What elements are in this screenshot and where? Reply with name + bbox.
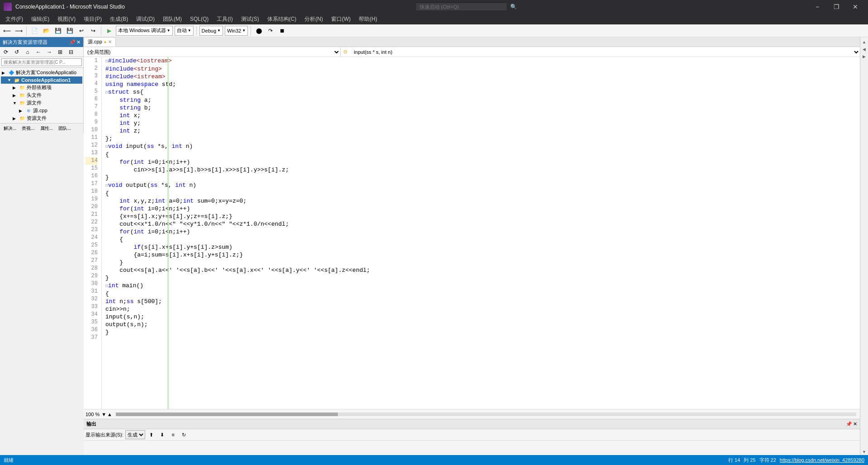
rt-btn2[interactable]: ◀: [861, 46, 868, 52]
menu-tools[interactable]: 工具(I): [213, 14, 236, 24]
tab-properties[interactable]: 属性...: [38, 125, 55, 132]
expand-btn[interactable]: ⊞: [55, 47, 65, 57]
tree-item-project[interactable]: ▼ 📁 ConsoleApplication1: [1, 76, 82, 84]
update-max: a=i;sum=s[i].x+s[i].y+s[i].z;: [137, 251, 239, 258]
sync-btn[interactable]: ⟳: [1, 47, 11, 57]
collapse-btn[interactable]: ⊟: [66, 47, 76, 57]
tree-item-source[interactable]: ▼ 📁 源文件: [1, 99, 82, 107]
pin-icon[interactable]: 📌: [69, 39, 76, 45]
panel-btn3[interactable]: ≡: [169, 430, 178, 439]
tree-item-headers[interactable]: ▶ 📁 头文件: [1, 91, 82, 99]
nav-back-btn[interactable]: ←: [33, 47, 43, 57]
menu-project[interactable]: 项目(P): [80, 14, 105, 24]
menu-sql[interactable]: SQL(Q): [186, 14, 212, 24]
headers-icon: 📁: [19, 92, 25, 99]
toolbar-open-btn[interactable]: 📂: [41, 26, 51, 36]
status-link[interactable]: https://blog.csdn.net/weixin_42859280: [780, 457, 864, 463]
panel-btn4[interactable]: ↻: [180, 430, 189, 439]
menu-analyze[interactable]: 分析(N): [301, 14, 327, 24]
tree-item-extern-deps[interactable]: ▶ 📁 外部依赖项: [1, 84, 82, 91]
kw-ss3: ss: [127, 298, 134, 305]
param-n1: n: [186, 143, 190, 150]
toolbar-step-btn[interactable]: ↷: [266, 26, 275, 36]
minimize-button[interactable]: −: [808, 0, 826, 14]
panel-btn1[interactable]: ⬆: [147, 430, 156, 439]
tab-team[interactable]: 团队...: [57, 125, 73, 132]
toolbar-save-btn[interactable]: 💾: [53, 26, 63, 36]
code-content[interactable]: ⊟#include<iostream> #include<string> #in…: [102, 57, 860, 409]
title-center: 🔍: [416, 3, 517, 10]
status-col: 列 25: [744, 457, 755, 464]
output-panel-header: 输出 📌 ✕: [84, 419, 860, 429]
output-source-select[interactable]: 生成: [125, 430, 145, 439]
panel-btn2[interactable]: ⬇: [158, 430, 167, 439]
menu-debug[interactable]: 调试(D): [133, 14, 158, 24]
tab-classes[interactable]: 类视...: [20, 125, 36, 132]
rt-btn1[interactable]: ▲: [861, 39, 868, 45]
zoom-controls: ▼ ▲: [101, 412, 112, 417]
sidebar-search-container: [0, 57, 83, 68]
toolbar-new-btn[interactable]: 📄: [29, 26, 39, 36]
title-left: ConsoleApplication1 - Microsoft Visual S…: [4, 3, 125, 11]
platform-arrow: ▼: [242, 28, 246, 33]
nav-scope-select[interactable]: (全局范围): [84, 47, 341, 57]
zoom-plus-btn[interactable]: ▲: [107, 412, 112, 417]
output-close-btn[interactable]: ✕: [853, 421, 857, 427]
tree-item-source-cpp[interactable]: ▶ ⊕ 源.cpp: [1, 107, 82, 114]
var-a: a: [144, 97, 148, 104]
s-decl: s[500];: [137, 298, 162, 305]
prepro2: #include: [105, 66, 133, 72]
menu-help[interactable]: 帮助(H): [355, 14, 381, 24]
status-mode: 就绪: [4, 457, 14, 464]
horizontal-scrollbar[interactable]: [116, 413, 856, 416]
quick-launch-input[interactable]: [416, 3, 507, 10]
sidebar-close-icon[interactable]: ✕: [76, 39, 81, 45]
attach-arrow: ▼: [188, 28, 191, 33]
toolbar-attach-dropdown[interactable]: 自动 ▼: [175, 26, 194, 36]
rt-btn3[interactable]: ▶: [861, 53, 868, 60]
kw-void2: void: [108, 182, 122, 189]
refresh-btn[interactable]: ↺: [12, 47, 22, 57]
tab-source-cpp[interactable]: 源.cpp ● ✕: [84, 37, 116, 47]
toolbar-platform-dropdown[interactable]: Win32 ▼: [225, 26, 248, 36]
toolbar-undo-btn[interactable]: ↩: [76, 26, 86, 36]
toolbar-fwd-btn[interactable]: ⟶: [14, 26, 24, 36]
menu-view[interactable]: 视图(V): [54, 14, 79, 24]
menu-build[interactable]: 生成(B): [106, 14, 132, 24]
menu-test[interactable]: 测试(S): [237, 14, 263, 24]
home-btn[interactable]: ⌂: [23, 47, 33, 57]
tree-arrow-source-cpp: ▶: [19, 109, 24, 113]
menu-team[interactable]: 团队(M): [159, 14, 185, 24]
toolbar-run-btn[interactable]: ▶: [104, 26, 114, 36]
toolbar-run-target[interactable]: 本地 Windows 调试器 ▼: [116, 26, 173, 36]
sidebar-search-input[interactable]: [1, 58, 82, 66]
toolbar-saveall-btn[interactable]: 💾: [65, 26, 75, 36]
editor-statusbar: 100 % ▼ ▲: [84, 409, 860, 419]
sidebar-header-btns: 📌 ✕: [69, 39, 81, 45]
menu-architecture[interactable]: 体系结构(C): [264, 14, 300, 24]
tab-close-btn[interactable]: ✕: [108, 39, 112, 44]
menu-file[interactable]: 文件(F): [2, 14, 27, 24]
close-button[interactable]: ✕: [846, 0, 864, 14]
tab-solution[interactable]: 解决...: [2, 125, 18, 132]
nav-fwd-btn[interactable]: →: [44, 47, 54, 57]
output-title: 输出: [86, 421, 96, 427]
nav-func-select[interactable]: input(ss * s, int n): [350, 47, 860, 57]
code-editor[interactable]: 1 2 3 4 5 6 7 8 9 10 11 12 13 14 15 16 1: [84, 57, 860, 409]
menu-window[interactable]: 窗口(W): [327, 14, 354, 24]
toolbar-redo-btn[interactable]: ↪: [88, 26, 98, 36]
restore-button[interactable]: ❐: [827, 0, 845, 14]
toolbar-back-btn[interactable]: ⟵: [2, 26, 12, 36]
toolbar-stop-btn[interactable]: ⏹: [277, 26, 287, 36]
tree-item-solution[interactable]: ▶ 🔷 解决方案'ConsoleApplicatio: [1, 69, 82, 76]
tree-label-project: ConsoleApplication1: [21, 77, 71, 83]
tree-item-resources[interactable]: ▶ 📁 资源文件: [1, 114, 82, 122]
zoom-minus-btn[interactable]: ▼: [101, 412, 106, 417]
toolbar-debug-dropdown[interactable]: Debug ▼: [199, 26, 223, 36]
output-pin-btn[interactable]: 📌: [846, 421, 852, 427]
sidebar-title: 解决方案资源管理器: [3, 39, 47, 46]
toolbar-breakpt-btn[interactable]: ⬤: [254, 26, 264, 36]
menu-edit[interactable]: 编辑(E): [28, 14, 53, 24]
kw-int8: int: [155, 198, 165, 204]
rt-btn4[interactable]: ▼: [861, 449, 868, 455]
